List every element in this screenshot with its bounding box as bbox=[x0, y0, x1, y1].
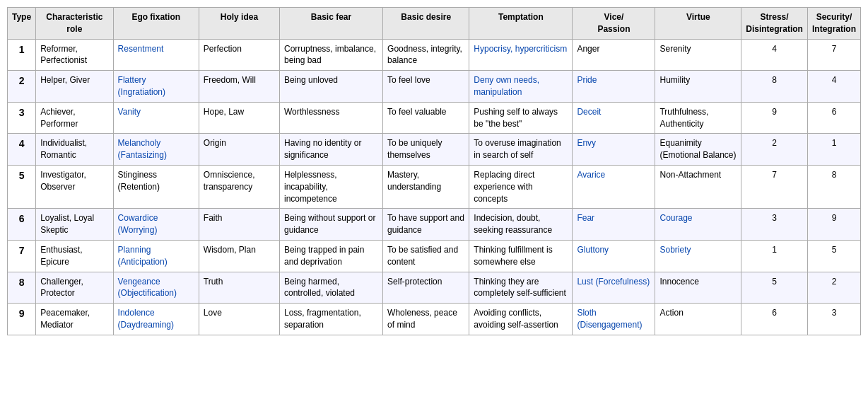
vice-link[interactable]: Pride bbox=[577, 75, 597, 85]
ego-fixation-link[interactable]: Flattery (Ingratiation) bbox=[118, 75, 165, 97]
virtue-link[interactable]: Sobriety bbox=[659, 245, 691, 255]
ego-fixation-link[interactable]: Cowardice (Worrying) bbox=[118, 213, 158, 235]
column-header: Basic desire bbox=[383, 8, 469, 40]
basic-fear: Worthlessness bbox=[279, 102, 382, 134]
holy-idea: Wisdom, Plan bbox=[199, 240, 279, 272]
vice-passion[interactable]: Deceit bbox=[573, 102, 655, 134]
characteristic-role: Challenger, Protector bbox=[36, 272, 113, 304]
table-row: 7Enthusiast, EpicurePlanning (Anticipati… bbox=[8, 240, 861, 272]
vice-link[interactable]: Sloth (Disengagement) bbox=[577, 308, 642, 330]
temptation-link[interactable]: Hypocrisy, hypercriticism bbox=[474, 44, 567, 54]
temptation[interactable]: Hypocrisy, hypercriticism bbox=[469, 39, 573, 71]
vice-passion[interactable]: Gluttony bbox=[573, 240, 655, 272]
virtue[interactable]: Sobriety bbox=[655, 240, 741, 272]
vice-passion[interactable]: Pride bbox=[573, 71, 655, 103]
basic-fear: Corruptness, imbalance, being bad bbox=[279, 39, 382, 71]
ego-fixation-link[interactable]: Vengeance (Objectification) bbox=[118, 277, 177, 299]
ego-fixation-link[interactable]: Planning (Anticipation) bbox=[118, 245, 168, 267]
ego-fixation[interactable]: Melancholy (Fantasizing) bbox=[113, 134, 199, 166]
virtue: Humility bbox=[655, 71, 741, 103]
column-header: Ego fixation bbox=[113, 8, 199, 40]
vice-link[interactable]: Deceit bbox=[577, 107, 601, 117]
table-row: 9Peacemaker, MediatorIndolence (Daydream… bbox=[8, 304, 861, 335]
ego-fixation[interactable]: Cowardice (Worrying) bbox=[113, 209, 199, 241]
stress-disintegration: 7 bbox=[741, 165, 808, 208]
ego-fixation-link[interactable]: Resentment bbox=[118, 44, 164, 54]
column-header: Holy idea bbox=[199, 8, 279, 40]
vice-passion[interactable]: Sloth (Disengagement) bbox=[573, 304, 655, 335]
vice-passion: Anger bbox=[573, 39, 655, 71]
vice-link[interactable]: Avarice bbox=[577, 170, 605, 180]
basic-desire: Wholeness, peace of mind bbox=[383, 304, 469, 335]
basic-desire: Self-protection bbox=[383, 272, 469, 304]
vice-link[interactable]: Lust (Forcefulness) bbox=[577, 277, 650, 287]
virtue: Non-Attachment bbox=[655, 165, 741, 208]
security-integration: 5 bbox=[807, 240, 860, 272]
basic-desire: Goodness, integrity, balance bbox=[383, 39, 469, 71]
ego-fixation-link[interactable]: Indolence (Daydreaming) bbox=[118, 308, 174, 330]
type-number: 2 bbox=[8, 71, 36, 103]
virtue: Equanimity (Emotional Balance) bbox=[655, 134, 741, 166]
ego-fixation[interactable]: Planning (Anticipation) bbox=[113, 240, 199, 272]
temptation: Replacing direct experience with concept… bbox=[469, 165, 573, 208]
holy-idea: Hope, Law bbox=[199, 102, 279, 134]
temptation: Pushing self to always be "the best" bbox=[469, 102, 573, 134]
security-integration: 1 bbox=[807, 134, 860, 166]
characteristic-role: Enthusiast, Epicure bbox=[36, 240, 113, 272]
stress-disintegration: 2 bbox=[741, 134, 808, 166]
basic-desire: Mastery, understanding bbox=[383, 165, 469, 208]
ego-fixation[interactable]: Indolence (Daydreaming) bbox=[113, 304, 199, 335]
vice-passion[interactable]: Lust (Forcefulness) bbox=[573, 272, 655, 304]
basic-fear: Helplessness, incapability, incompetence bbox=[279, 165, 382, 208]
characteristic-role: Loyalist, Loyal Skeptic bbox=[36, 209, 113, 241]
characteristic-role: Achiever, Performer bbox=[36, 102, 113, 134]
characteristic-role: Investigator, Observer bbox=[36, 165, 113, 208]
column-header: Type bbox=[8, 8, 36, 40]
basic-desire: To feel valuable bbox=[383, 102, 469, 134]
table-row: 1Reformer, PerfectionistResentmentPerfec… bbox=[8, 39, 861, 71]
holy-idea: Origin bbox=[199, 134, 279, 166]
vice-passion[interactable]: Fear bbox=[573, 209, 655, 241]
security-integration: 3 bbox=[807, 304, 860, 335]
characteristic-role: Peacemaker, Mediator bbox=[36, 304, 113, 335]
basic-fear: Being without support or guidance bbox=[279, 209, 382, 241]
security-integration: 7 bbox=[807, 39, 860, 71]
temptation[interactable]: Deny own needs, manipulation bbox=[469, 71, 573, 103]
ego-fixation-link[interactable]: Vanity bbox=[118, 107, 141, 117]
vice-link[interactable]: Envy bbox=[577, 138, 596, 148]
basic-fear: Loss, fragmentation, separation bbox=[279, 304, 382, 335]
ego-fixation-link[interactable]: Melancholy (Fantasizing) bbox=[118, 138, 167, 160]
basic-desire: To have support and guidance bbox=[383, 209, 469, 241]
temptation: Thinking fulfillment is somewhere else bbox=[469, 240, 573, 272]
ego-fixation[interactable]: Flattery (Ingratiation) bbox=[113, 71, 199, 103]
characteristic-role: Reformer, Perfectionist bbox=[36, 39, 113, 71]
vice-link[interactable]: Fear bbox=[577, 213, 594, 223]
vice-passion[interactable]: Envy bbox=[573, 134, 655, 166]
holy-idea: Freedom, Will bbox=[199, 71, 279, 103]
security-integration: 9 bbox=[807, 209, 860, 241]
holy-idea: Faith bbox=[199, 209, 279, 241]
virtue[interactable]: Courage bbox=[655, 209, 741, 241]
basic-fear: Being trapped in pain and deprivation bbox=[279, 240, 382, 272]
vice-passion[interactable]: Avarice bbox=[573, 165, 655, 208]
virtue: Truthfulness, Authenticity bbox=[655, 102, 741, 134]
basic-fear: Having no identity or significance bbox=[279, 134, 382, 166]
ego-fixation[interactable]: Vanity bbox=[113, 102, 199, 134]
table-row: 5Investigator, ObserverStinginess (Reten… bbox=[8, 165, 861, 208]
virtue-link[interactable]: Courage bbox=[659, 213, 692, 223]
column-header: Stress/ Disintegration bbox=[741, 8, 808, 40]
virtue: Innocence bbox=[655, 272, 741, 304]
holy-idea: Truth bbox=[199, 272, 279, 304]
stress-disintegration: 9 bbox=[741, 102, 808, 134]
basic-desire: To be uniquely themselves bbox=[383, 134, 469, 166]
ego-fixation[interactable]: Resentment bbox=[113, 39, 199, 71]
virtue: Action bbox=[655, 304, 741, 335]
column-header: Characteristic role bbox=[36, 8, 113, 40]
temptation-link[interactable]: Deny own needs, manipulation bbox=[474, 75, 539, 97]
table-row: 6Loyalist, Loyal SkepticCowardice (Worry… bbox=[8, 209, 861, 241]
security-integration: 8 bbox=[807, 165, 860, 208]
temptation: Indecision, doubt, seeking reassurance bbox=[469, 209, 573, 241]
ego-fixation[interactable]: Vengeance (Objectification) bbox=[113, 272, 199, 304]
stress-disintegration: 4 bbox=[741, 39, 808, 71]
vice-link[interactable]: Gluttony bbox=[577, 245, 609, 255]
